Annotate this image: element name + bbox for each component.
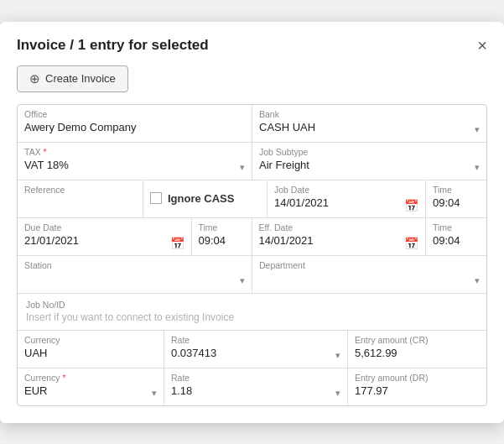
- entry-cr-value: 5,612.99: [355, 347, 480, 361]
- entry-cr-cell: Entry amount (CR) 5,612.99: [348, 331, 486, 368]
- entry-dr-cell: Entry amount (DR) 177.97: [348, 368, 486, 405]
- eff-date-value: 14/01/2021: [259, 234, 419, 248]
- eff-time-label: Time: [433, 222, 480, 233]
- due-time-label: Time: [199, 222, 245, 233]
- currency2-dropdown-icon: ▾: [152, 388, 157, 399]
- reference-row: Reference Ignore CASS Job Date 14/01/202…: [18, 180, 486, 218]
- currency1-row: Currency UAH Rate 0.037413 ▾ Entry amoun…: [18, 331, 486, 368]
- rate1-cell[interactable]: Rate 0.037413 ▾: [164, 331, 348, 368]
- tax-cell[interactable]: TAX * VAT 18% ▾: [18, 143, 252, 180]
- entry-dr-value: 177.97: [355, 384, 480, 399]
- eff-date-cell[interactable]: Eff. Date 14/01/2021 📅: [252, 218, 427, 255]
- reference-label: Reference: [24, 185, 136, 196]
- job-subtype-dropdown-icon: ▾: [475, 162, 480, 173]
- eff-date-calendar-icon[interactable]: 📅: [404, 237, 418, 250]
- eff-time-cell[interactable]: Time 09:04: [426, 218, 486, 255]
- ignore-cass-cell[interactable]: Ignore CASS: [143, 180, 268, 217]
- ignore-cass-checkbox[interactable]: [150, 192, 162, 204]
- jobno-label: Job No/ID: [26, 300, 478, 311]
- due-eff-row: Due Date 21/01/2021 📅 Time 09:04 Eff. Da…: [18, 218, 486, 256]
- station-dropdown-icon: ▾: [240, 275, 245, 286]
- plus-circle-icon: ⊕: [29, 71, 40, 86]
- entry-cr-label: Entry amount (CR): [355, 335, 480, 346]
- close-button[interactable]: ×: [477, 37, 487, 54]
- office-value: Awery Demo Company: [24, 121, 245, 135]
- currency2-cell[interactable]: Currency * EUR ▾: [18, 368, 164, 405]
- rate2-label: Rate: [171, 373, 340, 384]
- job-time-value: 09:04: [433, 196, 480, 211]
- job-subtype-cell[interactable]: Job Subtype Air Freight ▾: [252, 143, 486, 180]
- job-time-cell[interactable]: Time 09:04: [426, 180, 486, 217]
- ignore-cass-label: Ignore CASS: [168, 192, 234, 205]
- entry-dr-label: Entry amount (DR): [355, 373, 480, 384]
- tax-dropdown-icon: ▾: [240, 162, 245, 173]
- rate2-value: 1.18: [171, 384, 340, 399]
- eff-date-label: Eff. Date: [259, 222, 419, 233]
- station-label: Station: [24, 260, 245, 271]
- job-subtype-label: Job Subtype: [259, 147, 480, 158]
- create-invoice-label: Create Invoice: [45, 72, 116, 85]
- tax-label: TAX *: [24, 147, 245, 158]
- job-time-label: Time: [433, 185, 480, 196]
- station-cell[interactable]: Station ▾: [18, 256, 252, 293]
- currency2-value: EUR: [24, 384, 157, 399]
- tax-value: VAT 18%: [24, 159, 245, 173]
- modal-title: Invoice / 1 entry for selected: [17, 37, 209, 54]
- currency1-label: Currency: [24, 335, 157, 346]
- due-time-value: 09:04: [199, 234, 245, 248]
- jobno-hint: Insert if you want to connect to existin…: [26, 311, 478, 323]
- job-subtype-value: Air Freight: [259, 159, 480, 173]
- currency1-value: UAH: [24, 347, 157, 361]
- bank-cell[interactable]: Bank CASH UAH ▾: [252, 105, 486, 142]
- due-time-cell[interactable]: Time 09:04: [192, 218, 252, 255]
- form-grid: Office Awery Demo Company Bank CASH UAH …: [17, 104, 487, 406]
- office-cell: Office Awery Demo Company: [18, 105, 252, 142]
- invoice-modal: Invoice / 1 entry for selected × ⊕ Creat…: [0, 22, 504, 423]
- jobno-row[interactable]: Job No/ID Insert if you want to connect …: [18, 294, 486, 331]
- currency2-row: Currency * EUR ▾ Rate 1.18 ▾ Entry amoun…: [18, 368, 486, 405]
- job-date-calendar-icon[interactable]: 📅: [404, 199, 418, 212]
- currency2-label: Currency *: [24, 373, 157, 384]
- rate1-value: 0.037413: [171, 347, 340, 361]
- rate1-dropdown-icon: ▾: [335, 350, 340, 361]
- due-date-calendar-icon[interactable]: 📅: [170, 237, 184, 250]
- bank-dropdown-icon: ▾: [475, 124, 480, 135]
- bank-label: Bank: [259, 109, 480, 120]
- create-invoice-button[interactable]: ⊕ Create Invoice: [17, 65, 128, 92]
- office-bank-row: Office Awery Demo Company Bank CASH UAH …: [18, 105, 486, 143]
- department-cell[interactable]: Department ▾: [252, 256, 486, 293]
- eff-time-value: 09:04: [433, 234, 480, 248]
- bank-value: CASH UAH: [259, 121, 480, 135]
- job-date-label: Job Date: [274, 185, 418, 196]
- tax-jobsubtype-row: TAX * VAT 18% ▾ Job Subtype Air Freight …: [18, 143, 486, 180]
- rate2-dropdown-icon: ▾: [335, 388, 340, 399]
- department-dropdown-icon: ▾: [475, 275, 480, 286]
- due-date-cell[interactable]: Due Date 21/01/2021 📅: [18, 218, 192, 255]
- due-date-value: 21/01/2021: [24, 234, 184, 248]
- modal-header: Invoice / 1 entry for selected ×: [17, 37, 487, 54]
- job-date-value: 14/01/2021: [274, 196, 418, 211]
- rate2-cell[interactable]: Rate 1.18 ▾: [164, 368, 348, 405]
- office-label: Office: [24, 109, 245, 120]
- reference-cell[interactable]: Reference: [18, 180, 143, 217]
- currency1-cell: Currency UAH: [18, 331, 164, 368]
- department-label: Department: [259, 260, 480, 271]
- due-date-label: Due Date: [24, 222, 184, 233]
- job-date-cell[interactable]: Job Date 14/01/2021 📅: [268, 180, 426, 217]
- rate1-label: Rate: [171, 335, 340, 346]
- station-department-row: Station ▾ Department ▾: [18, 256, 486, 294]
